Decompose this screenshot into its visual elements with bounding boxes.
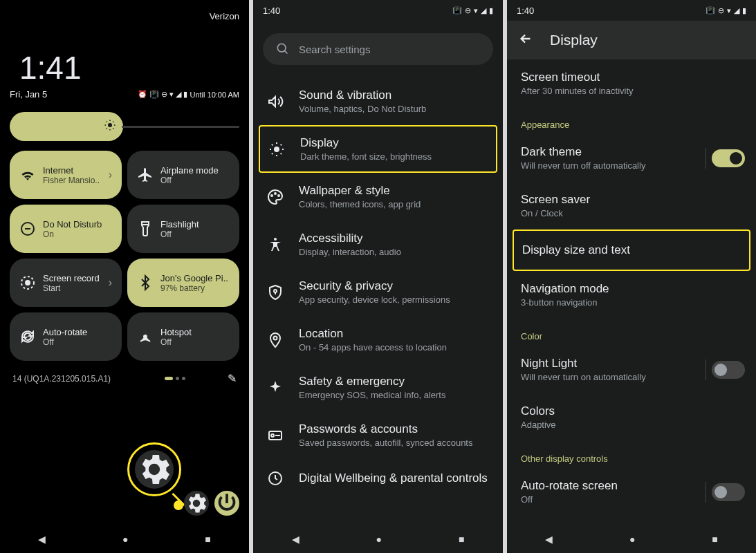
tile-subtitle: Fisher Mansio.. xyxy=(43,176,100,185)
display-item-night-light[interactable]: Night LightWill never turn on automatica… xyxy=(507,346,756,393)
settings-list-panel: 1:40 📳 ⊖ ▾ ◢ ▮ Search settings Sound & v… xyxy=(249,0,503,553)
settings-item-title: Display xyxy=(300,136,432,150)
settings-item-accessibility[interactable]: Accessibility Display, interaction, audi… xyxy=(253,221,503,268)
brightness-icon xyxy=(104,119,116,134)
battery-icon: ▮ xyxy=(742,6,746,15)
settings-button[interactable] xyxy=(184,491,209,516)
home-button[interactable]: ● xyxy=(629,534,635,545)
settings-item-location[interactable]: Location On - 54 apps have access to loc… xyxy=(253,316,503,364)
tile-do-not-disturb[interactable]: Do Not Disturb On xyxy=(10,205,122,253)
wifi-icon xyxy=(19,167,36,183)
back-button[interactable]: ◀ xyxy=(545,534,553,545)
tile-title: Do Not Disturb xyxy=(43,219,102,229)
search-settings-input[interactable]: Search settings xyxy=(263,33,493,65)
tile-hotspot[interactable]: Hotspot Off xyxy=(127,312,239,361)
tile-title: Internet xyxy=(43,165,100,176)
emergency-icon xyxy=(267,379,284,396)
page-title: Display xyxy=(550,32,598,48)
settings-item-subtitle: Volume, haptics, Do Not Disturb xyxy=(299,104,426,114)
toggle-switch[interactable] xyxy=(712,483,745,501)
tile-airplane-mode[interactable]: Airplane mode Off xyxy=(127,151,239,199)
recents-button[interactable]: ■ xyxy=(712,534,717,545)
settings-item-title: Security & privacy xyxy=(299,279,450,293)
brightness-slider[interactable] xyxy=(10,112,239,141)
signal-icon: ◢ xyxy=(176,90,181,99)
search-placeholder: Search settings xyxy=(299,44,370,55)
tile-title: Auto-rotate xyxy=(43,327,87,337)
tile-subtitle: Off xyxy=(160,176,219,185)
alarm-icon: ⏰ xyxy=(138,90,147,99)
status-icons: 📳 ⊖ ▾ ◢ ▮ xyxy=(452,6,493,15)
highlight-dot xyxy=(174,500,183,510)
display-item-screen-saver[interactable]: Screen saverOn / Clock xyxy=(507,182,756,229)
back-arrow-button[interactable] xyxy=(518,31,533,49)
edit-tiles-button[interactable]: ✎ xyxy=(228,372,237,385)
svg-point-9 xyxy=(278,195,279,196)
settings-item-wallpaper-style[interactable]: Wallpaper & style Colors, themed icons, … xyxy=(253,173,503,221)
back-button[interactable]: ◀ xyxy=(292,534,299,545)
tile-subtitle: Off xyxy=(43,337,87,347)
back-button[interactable]: ◀ xyxy=(38,534,46,545)
display-item-colors[interactable]: ColorsAdaptive xyxy=(507,393,756,441)
wifi-icon: ▾ xyxy=(474,6,478,15)
nav-bar: ◀ ● ■ xyxy=(253,525,503,553)
section-header: Appearance xyxy=(507,107,756,134)
settings-button-large[interactable] xyxy=(135,450,174,489)
settings-item-digital-wellbeing-parental-controls[interactable]: Digital Wellbeing & parental controls xyxy=(253,459,503,498)
display-item-display-size-and-text[interactable]: Display size and text xyxy=(513,229,750,271)
wellbeing-icon xyxy=(267,470,284,487)
svg-point-11 xyxy=(274,290,277,292)
power-button[interactable] xyxy=(214,491,239,516)
vibrate-icon: 📳 xyxy=(149,90,159,99)
search-icon xyxy=(275,41,289,57)
toggle-switch[interactable] xyxy=(712,361,745,379)
svg-point-3 xyxy=(26,281,30,285)
toggle-switch[interactable] xyxy=(712,149,745,167)
divider xyxy=(706,482,706,503)
vibrate-icon: 📳 xyxy=(706,6,715,15)
tile-internet[interactable]: Internet Fisher Mansio.. › xyxy=(10,151,122,199)
display-item-auto-rotate-screen[interactable]: Auto-rotate screenOff xyxy=(507,468,756,516)
display-item-screen-timeout[interactable]: Screen timeout After 30 minutes of inact… xyxy=(507,59,756,107)
settings-item-safety-emergency[interactable]: Safety & emergency Emergency SOS, medica… xyxy=(253,364,503,411)
home-button[interactable]: ● xyxy=(376,534,382,545)
tile-subtitle: 97% battery xyxy=(160,283,228,293)
date-label: Fri, Jan 5 xyxy=(10,89,47,100)
tile-jon-s-google-pi-[interactable]: Jon's Google Pi.. 97% battery xyxy=(127,259,239,307)
recents-button[interactable]: ■ xyxy=(459,534,464,545)
tile-auto-rotate[interactable]: Auto-rotate Off xyxy=(10,312,122,361)
tile-title: Jon's Google Pi.. xyxy=(160,273,228,283)
home-button[interactable]: ● xyxy=(122,534,128,545)
recents-button[interactable]: ■ xyxy=(205,534,210,545)
item-subtitle: Adaptive xyxy=(521,420,742,430)
battery-icon: ▮ xyxy=(489,6,493,15)
rotate-icon xyxy=(19,328,36,345)
status-time: 1:40 xyxy=(263,6,280,16)
settings-item-subtitle: Colors, themed icons, app grid xyxy=(299,199,421,209)
item-title: Dark theme xyxy=(521,145,742,159)
display-settings-panel: 1:40 📳 ⊖ ▾ ◢ ▮ Display Screen timeout Af… xyxy=(503,0,756,553)
settings-item-sound-vibration[interactable]: Sound & vibration Volume, haptics, Do No… xyxy=(253,77,503,125)
svg-point-14 xyxy=(271,434,274,437)
svg-point-12 xyxy=(274,336,277,339)
display-item-navigation-mode[interactable]: Navigation mode3-button navigation xyxy=(507,271,756,319)
settings-item-title: Wallpaper & style xyxy=(299,184,421,198)
svg-point-10 xyxy=(274,238,277,241)
tile-subtitle: Off xyxy=(160,337,192,347)
settings-item-display[interactable]: Display Dark theme, font size, brightnes… xyxy=(259,125,497,173)
svg-point-5 xyxy=(277,44,286,52)
signal-icon: ◢ xyxy=(734,6,739,15)
settings-item-subtitle: Emergency SOS, medical info, alerts xyxy=(299,390,445,400)
item-subtitle: On / Clock xyxy=(521,208,742,218)
display-item-dark-theme[interactable]: Dark themeWill never turn off automatica… xyxy=(507,134,756,182)
chevron-right-icon: › xyxy=(109,276,112,289)
settings-item-security-privacy[interactable]: Security & privacy App security, device … xyxy=(253,268,503,316)
tile-screen-record[interactable]: Screen record Start › xyxy=(10,259,122,307)
tile-flashlight[interactable]: Flashlight Off xyxy=(127,205,239,253)
wifi-icon: ▾ xyxy=(169,90,174,99)
clock-time: 1:41 xyxy=(0,21,249,86)
item-title: Colors xyxy=(521,404,742,418)
status-icons-group: ⏰ 📳 ⊖ ▾ ◢ ▮ Until 10:00 AM xyxy=(138,90,239,99)
build-label: 14 (UQ1A.231205.015.A1) xyxy=(12,374,111,384)
settings-item-passwords-accounts[interactable]: Passwords & accounts Saved passwords, au… xyxy=(253,411,503,459)
